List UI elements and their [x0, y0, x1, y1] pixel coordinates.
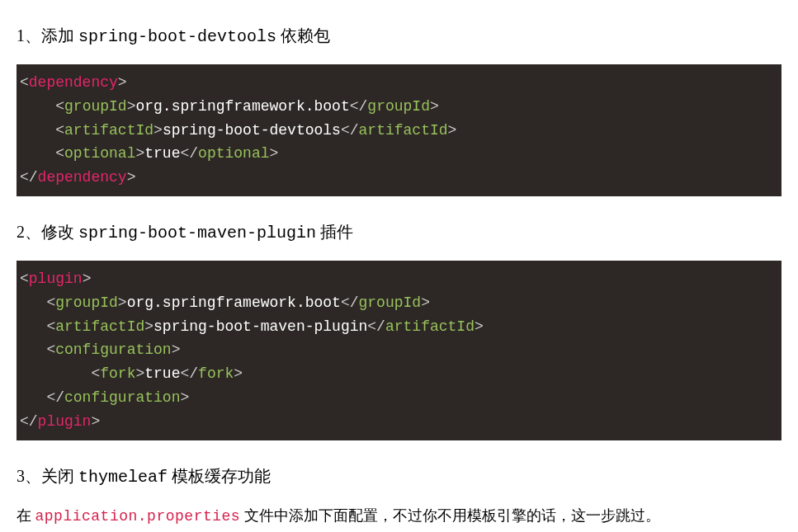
text-artifactid: spring-boot-maven-plugin: [153, 318, 367, 335]
tag-dependency-open: dependency: [29, 74, 118, 91]
para-pre: 在: [17, 507, 35, 524]
tag-configuration-close: configuration: [64, 389, 180, 406]
text-fork: true: [144, 365, 180, 382]
tag-plugin-open: plugin: [29, 271, 83, 287]
code-block-dependency: <dependency> <groupId>org.springframewor…: [17, 64, 781, 196]
text-optional: true: [144, 145, 180, 162]
tag-artifactid-close: artifactId: [359, 122, 448, 139]
tag-dependency-close: dependency: [38, 169, 127, 186]
heading-prefix: 1、添加: [17, 26, 78, 45]
tag-artifactid-close: artifactId: [385, 318, 475, 335]
heading-suffix: 模板缓存功能: [168, 467, 271, 485]
heading-mono: spring-boot-devtools: [78, 27, 276, 46]
tag-configuration: configuration: [55, 341, 171, 358]
heading-prefix: 3、关闭: [17, 467, 78, 485]
section-heading-1: 1、添加 spring-boot-devtools 依赖包: [17, 23, 781, 49]
tag-groupid: groupId: [55, 294, 118, 311]
code-block-plugin: <plugin> <groupId>org.springframework.bo…: [17, 261, 781, 440]
heading-mono: thymeleaf: [78, 468, 168, 487]
tag-artifactid: artifactId: [55, 318, 144, 335]
tag-optional: optional: [64, 145, 135, 162]
inline-code-filename: application.properties: [35, 508, 241, 525]
tag-optional-close: optional: [198, 145, 269, 162]
heading-suffix: 插件: [316, 223, 353, 241]
text-artifactid: spring-boot-devtools: [163, 122, 341, 139]
tag-fork: fork: [100, 365, 135, 382]
tag-groupid-close: groupId: [359, 294, 422, 311]
tag-plugin-close: plugin: [38, 413, 92, 430]
heading-suffix: 依赖包: [276, 26, 330, 45]
paragraph-section3: 在 application.properties 文件中添加下面配置，不过你不用…: [17, 505, 781, 528]
text-groupid: org.springframework.boot: [135, 98, 349, 115]
para-post: 文件中添加下面配置，不过你不用模板引擎的话，这一步跳过。: [240, 507, 660, 524]
tag-fork-close: fork: [198, 365, 234, 382]
tag-artifactid: artifactId: [64, 122, 153, 139]
section-heading-2: 2、修改 spring-boot-maven-plugin 插件: [17, 219, 781, 246]
text-groupid: org.springframework.boot: [127, 294, 341, 311]
tag-groupid: groupId: [64, 98, 127, 115]
heading-prefix: 2、修改: [17, 223, 78, 241]
heading-mono: spring-boot-maven-plugin: [78, 224, 316, 242]
section-heading-3: 3、关闭 thymeleaf 模板缓存功能: [17, 464, 781, 490]
tag-groupid-close: groupId: [367, 98, 430, 115]
